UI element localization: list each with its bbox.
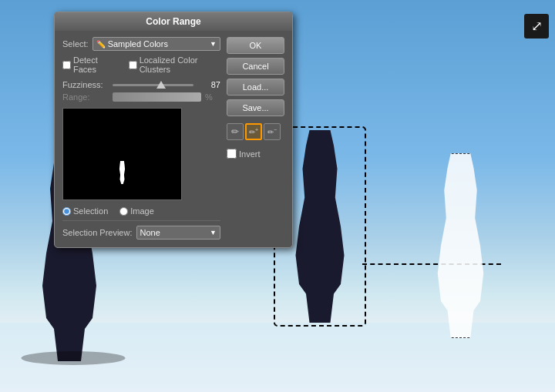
dialog-title: Color Range [55,12,292,31]
detect-faces-checkbox[interactable] [62,61,71,69]
fuzziness-row: Fuzziness: 87 [62,79,220,91]
select-row: Select: ✏️ Sampled Colors ▼ [62,37,220,51]
image-radio-item: Image [119,206,154,216]
fuzziness-label: Fuzziness: [62,80,109,89]
eyedropper-tools-row: ✏ ✏+ ✏− [227,123,284,140]
eyedropper-add-button[interactable]: ✏+ [245,123,262,140]
slider-thumb [156,81,166,89]
checkbox-row: Detect Faces Localized Color Clusters [62,55,220,74]
invert-row: Invert [227,149,284,159]
range-row: Range: % [62,92,220,102]
localized-color-checkbox[interactable] [129,61,137,69]
move-tool-icon[interactable]: ⤢ [524,14,549,39]
invert-checkbox[interactable] [227,149,237,159]
color-range-dialog: Color Range Select: ✏️ Sampled Colors ▼ … [54,12,293,248]
eyedropper-subtract-icon: ✏− [267,127,277,136]
detect-faces-item: Detect Faces [62,55,117,74]
localized-color-label: Localized Color Clusters [140,55,220,74]
eyedropper-subtract-button[interactable]: ✏− [264,123,281,140]
select-value: Sampled Colors [108,39,210,49]
selection-radio-item: Selection [62,206,108,216]
select-dropdown[interactable]: ✏️ Sampled Colors ▼ [92,37,220,51]
slider-track [113,84,193,86]
ok-button[interactable]: OK [227,37,284,54]
fuzziness-slider[interactable] [113,79,193,91]
range-label: Range: [62,92,109,102]
select-label: Select: [62,39,89,49]
divider [62,220,220,221]
load-button[interactable]: Load... [227,79,284,95]
dialog-right-panel: OK Cancel Load... Save... ✏ ✏+ ✏− Invert [227,37,284,240]
eyedropper-small-icon: ✏️ [96,40,106,49]
selection-preview-value: None [140,228,210,237]
preview-figure [118,161,127,184]
eyedropper-button[interactable]: ✏ [227,123,244,140]
detect-faces-label: Detect Faces [73,55,117,74]
save-button[interactable]: Save... [227,99,284,116]
shadow-left [22,351,126,365]
fuzziness-value: 87 [197,80,220,89]
cancel-button[interactable]: Cancel [227,58,284,75]
preview-box [62,108,182,200]
selection-preview-label: Selection Preview: [62,228,133,237]
chevron-down-icon: ▼ [210,40,217,48]
selection-preview-dropdown[interactable]: None ▼ [136,226,221,240]
selection-radio[interactable] [62,207,71,216]
invert-label: Invert [239,149,261,159]
range-percent: % [205,92,220,102]
dialog-left-panel: Select: ✏️ Sampled Colors ▼ Detect Faces… [62,37,220,240]
selection-radio-label: Selection [73,206,108,216]
image-radio[interactable] [119,207,128,216]
chevron-down-icon-2: ▼ [210,229,217,236]
selection-preview-row: Selection Preview: None ▼ [62,226,220,240]
image-radio-label: Image [130,206,154,216]
range-slider[interactable] [113,92,201,102]
eyedropper-icon: ✏ [231,126,239,137]
eyedropper-add-icon: ✏+ [249,127,258,136]
radio-row: Selection Image [62,206,220,216]
localized-color-item: Localized Color Clusters [129,55,220,74]
